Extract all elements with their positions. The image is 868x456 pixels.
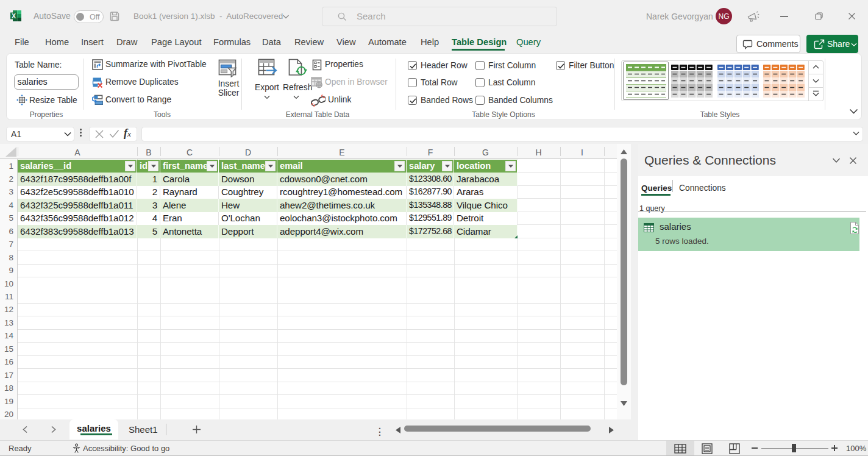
svg-text:X: X bbox=[12, 12, 16, 20]
